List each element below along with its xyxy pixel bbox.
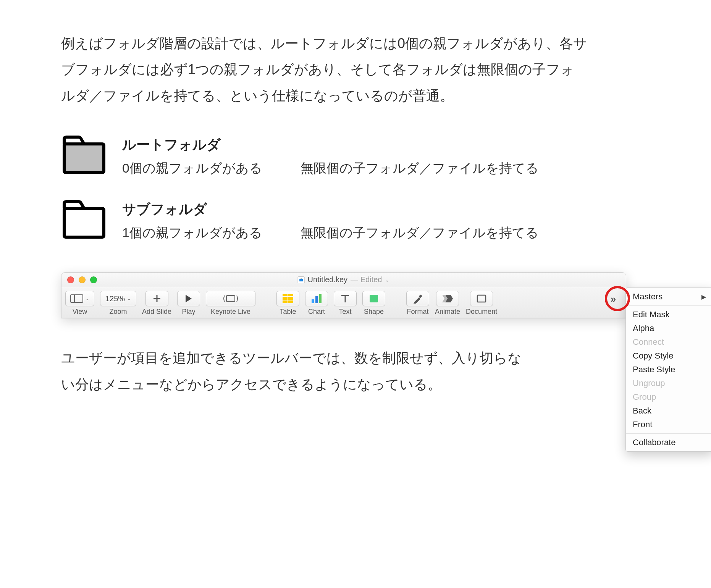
table-label: Table: [280, 308, 296, 316]
menu-item-label: Masters: [633, 292, 663, 302]
format-label: Format: [407, 308, 429, 316]
menu-item-label: Back: [633, 406, 651, 416]
document-label: Document: [466, 308, 497, 316]
toolbar-overflow-button[interactable]: »: [604, 291, 622, 307]
toolbar-item-zoom: 125%⌄Zoom: [100, 291, 136, 316]
toolbar-item-shape: Shape: [362, 291, 385, 316]
toolbar-item-text: Text: [334, 291, 357, 316]
document-button[interactable]: [470, 291, 493, 306]
menu-item-collaborate[interactable]: Collaborate: [626, 436, 711, 449]
toolbar-item-format: Format: [406, 291, 429, 316]
keynote-live-label: Keynote Live: [211, 308, 250, 316]
menu-item-group: Group: [626, 390, 711, 404]
menu-item-label: Group: [633, 392, 656, 402]
toolbar-item-table: Table: [276, 291, 299, 316]
menu-item-label: Collaborate: [633, 438, 676, 447]
toolbar-item-add-slide: Add Slide: [142, 291, 171, 316]
menu-item-label: Paste Style: [633, 365, 675, 375]
zoom-label: Zoom: [109, 308, 127, 316]
folder-title: サブフォルダ: [122, 200, 539, 219]
add-slide-button[interactable]: [145, 291, 168, 306]
toolbar-item-keynote-live: Keynote Live: [206, 291, 255, 316]
animate-label: Animate: [435, 308, 460, 316]
menu-item-copy-style[interactable]: Copy Style: [626, 349, 711, 363]
svg-rect-0: [64, 144, 104, 173]
title-dropdown-caret-icon[interactable]: ⌄: [385, 277, 389, 283]
menu-item-ungroup: Ungroup: [626, 376, 711, 390]
folder-children-desc: 無限個の子フォルダ／ファイルを持てる: [301, 160, 539, 177]
toolbar-item-play: Play: [177, 291, 200, 316]
menu-item-label: Alpha: [633, 323, 654, 333]
toolbar-item-view: ⌄View: [65, 291, 94, 316]
keynote-window-screenshot: Untitled.key — Edited ⌄ ⌄View125%⌄ZoomAd…: [61, 272, 626, 318]
folder-outline-icon: [61, 200, 107, 240]
folder-row: ルートフォルダ0個の親フォルダがある無限個の子フォルダ／ファイルを持てる: [61, 136, 650, 177]
keynote-doc-icon: [298, 276, 305, 283]
toolbar-item-chart: Chart: [305, 291, 328, 316]
menu-item-label: Front: [633, 420, 652, 430]
folder-parent-desc: 0個の親フォルダがある: [122, 160, 262, 177]
view-label: View: [73, 308, 87, 316]
chart-button[interactable]: [305, 291, 328, 306]
svg-rect-20: [419, 294, 422, 298]
svg-marker-8: [186, 295, 192, 302]
keynote-live-button[interactable]: [206, 291, 255, 306]
add-slide-label: Add Slide: [142, 308, 171, 316]
shape-label: Shape: [364, 308, 384, 316]
traffic-lights: [67, 276, 97, 283]
menu-item-label: Ungroup: [633, 378, 665, 388]
svg-rect-23: [477, 295, 486, 302]
format-button[interactable]: [406, 291, 429, 306]
minimize-window-button[interactable]: [79, 276, 86, 283]
intro-paragraph: 例えばフォルダ階層の設計では、ルートフォルダには0個の親フォルダがあり、各サブフ…: [61, 31, 588, 109]
toolbar-overflow-menu: Masters▶Edit MaskAlphaConnectCopy StyleP…: [625, 288, 711, 452]
close-window-button[interactable]: [67, 276, 74, 283]
svg-rect-14: [312, 299, 314, 303]
menu-item-paste-style[interactable]: Paste Style: [626, 363, 711, 376]
shape-button[interactable]: [362, 291, 385, 306]
svg-rect-2: [299, 279, 303, 281]
menu-item-front[interactable]: Front: [626, 418, 711, 431]
zoom-window-button[interactable]: [90, 276, 97, 283]
menu-item-connect: Connect: [626, 335, 711, 349]
menu-item-back[interactable]: Back: [626, 404, 711, 418]
view-button[interactable]: ⌄: [65, 291, 94, 306]
table-button[interactable]: [276, 291, 299, 306]
menu-item-label: Edit Mask: [633, 310, 670, 320]
play-button[interactable]: [177, 291, 200, 306]
zoom-button[interactable]: 125%⌄: [100, 291, 136, 306]
folder-parent-desc: 1個の親フォルダがある: [122, 224, 262, 242]
menu-separator: [626, 305, 711, 306]
chart-label: Chart: [308, 308, 325, 316]
svg-rect-9: [226, 296, 235, 302]
svg-rect-4: [71, 295, 83, 302]
toolbar-item-document: Document: [466, 291, 497, 316]
folder-children-desc: 無限個の子フォルダ／ファイルを持てる: [301, 224, 539, 242]
text-label: Text: [339, 308, 352, 316]
menu-item-alpha[interactable]: Alpha: [626, 321, 711, 335]
folder-row: サブフォルダ1個の親フォルダがある無限個の子フォルダ／ファイルを持てる: [61, 200, 650, 242]
menu-item-masters[interactable]: Masters▶: [626, 290, 711, 304]
svg-rect-3: [301, 278, 302, 279]
svg-rect-16: [319, 294, 322, 303]
submenu-arrow-icon: ▶: [701, 293, 706, 300]
menu-item-label: Copy Style: [633, 351, 673, 361]
animate-button[interactable]: [436, 291, 459, 306]
text-button[interactable]: [334, 291, 357, 306]
keynote-toolbar: ⌄View125%⌄ZoomAdd SlidePlayKeynote LiveT…: [61, 287, 626, 318]
toolbar-item-animate: Animate: [435, 291, 460, 316]
window-title: Untitled.key — Edited ⌄: [298, 275, 390, 284]
play-label: Play: [182, 308, 196, 316]
menu-item-label: Connect: [633, 337, 664, 347]
folder-title: ルートフォルダ: [122, 136, 539, 154]
svg-rect-1: [64, 208, 104, 237]
menu-item-edit-mask[interactable]: Edit Mask: [626, 308, 711, 321]
folder-filled-icon: [61, 136, 107, 176]
window-titlebar: Untitled.key — Edited ⌄: [61, 273, 626, 287]
caption-paragraph: ユーザーが項目を追加できるツールバーでは、数を制限せず、入り切らない分はメニュー…: [61, 345, 527, 397]
svg-rect-15: [315, 296, 318, 303]
menu-separator: [626, 433, 711, 434]
svg-rect-19: [370, 295, 378, 302]
